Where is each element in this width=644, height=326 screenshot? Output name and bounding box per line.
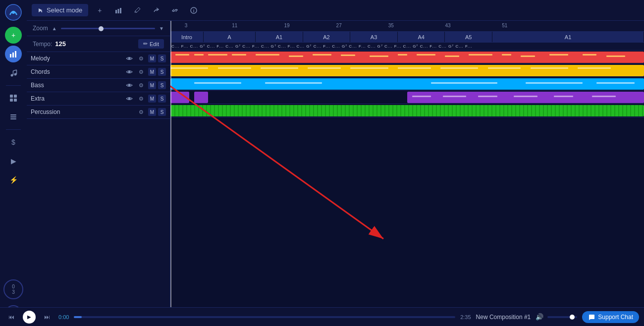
- melody-note-16: [549, 54, 568, 55]
- tempo-value: 125: [55, 40, 66, 48]
- track-controls-percussion: ⚙ M S: [136, 107, 166, 117]
- melody-note-7: [313, 54, 331, 55]
- extra-blip-3: [478, 96, 497, 97]
- sections-row: Intro A A1 A2 A3 A4 A5 A1: [170, 32, 644, 43]
- bass-mute-btn[interactable]: M: [148, 81, 156, 89]
- svg-point-26: [128, 71, 131, 73]
- add-button[interactable]: +: [92, 3, 107, 17]
- volume-icon: 🔊: [536, 313, 543, 321]
- sidebar-grid-btn[interactable]: [5, 90, 22, 107]
- sidebar-layers-btn[interactable]: [5, 109, 22, 125]
- melody-mute-btn[interactable]: M: [148, 54, 156, 62]
- bass-solo-btn[interactable]: S: [158, 81, 166, 89]
- extra-visibility-btn[interactable]: [124, 94, 134, 104]
- melody-solo-btn[interactable]: S: [158, 54, 166, 62]
- melody-note-1: [175, 54, 190, 55]
- zoom-increase-icon[interactable]: ▼: [159, 26, 164, 31]
- volume-control: 🔊: [536, 313, 577, 321]
- percussion-fill: [170, 105, 644, 116]
- sidebar-play-btn[interactable]: ▶: [5, 153, 22, 169]
- extra-blip-4: [514, 96, 537, 97]
- svg-rect-4: [15, 51, 16, 57]
- chords-solo-btn[interactable]: S: [158, 68, 166, 76]
- ruler-mark-27: 27: [336, 23, 342, 28]
- sidebar-bolt-btn[interactable]: ⚡: [5, 171, 22, 188]
- section-a2: A2: [303, 32, 351, 42]
- melody-track-content[interactable]: [170, 51, 644, 64]
- melody-settings-btn[interactable]: ⚙: [136, 54, 146, 63]
- zoom-slider[interactable]: [61, 28, 156, 29]
- melody-note-17: [583, 54, 597, 55]
- extra-fill-2: [194, 92, 209, 103]
- svg-point-27: [128, 84, 131, 87]
- melody-note-2: [194, 54, 204, 55]
- zoom-decrease-icon[interactable]: ▲: [52, 26, 57, 31]
- melody-note-14: [502, 54, 511, 55]
- extra-fill-3: [407, 92, 644, 103]
- chords-settings-btn[interactable]: ⚙: [136, 67, 146, 77]
- sidebar-chart-btn[interactable]: [5, 46, 22, 62]
- link-button[interactable]: [167, 3, 182, 17]
- chords-visibility-btn[interactable]: [124, 67, 134, 77]
- melody-visibility-btn[interactable]: [124, 54, 134, 63]
- chords-track-content[interactable]: [170, 64, 644, 77]
- tempo-label: Tempo:: [33, 41, 52, 48]
- ruler-mark-43: 43: [445, 23, 450, 28]
- tracks-panel: Zoom ▲ ▼ Tempo: 125 ✏ Edit Melody ⚙ M S …: [27, 21, 170, 326]
- melody-note-11: [417, 54, 435, 55]
- support-chat-button[interactable]: Support Chat: [582, 311, 639, 323]
- svg-point-25: [128, 57, 131, 60]
- tempo-edit-button[interactable]: ✏ Edit: [138, 39, 164, 49]
- melody-note-6: [289, 55, 303, 57]
- tempo-edit-label: Edit: [150, 41, 159, 47]
- tempo-row: Tempo: 125 ✏ Edit: [27, 36, 170, 52]
- bass-visibility-btn[interactable]: [124, 80, 134, 90]
- percussion-mute-btn[interactable]: M: [148, 108, 156, 116]
- bass-settings-btn[interactable]: ⚙: [136, 80, 146, 90]
- chart-button[interactable]: [111, 3, 126, 17]
- extra-settings-btn[interactable]: ⚙: [136, 94, 146, 104]
- svg-line-22: [174, 9, 176, 11]
- melody-note-3: [208, 54, 227, 55]
- section-a: A: [204, 32, 256, 42]
- forward-button[interactable]: ⏭: [41, 311, 54, 324]
- chords-mute-btn[interactable]: M: [148, 68, 156, 76]
- sidebar-divider-1: [6, 85, 21, 86]
- bass-track-content[interactable]: [170, 77, 644, 91]
- extra-solo-btn[interactable]: S: [158, 95, 166, 103]
- track-controls-melody: ⚙ M S: [124, 54, 166, 63]
- svg-rect-19: [118, 9, 119, 13]
- chord-blip-10: [578, 67, 611, 69]
- progress-bar-container[interactable]: [74, 316, 455, 318]
- extra-blip-6: [592, 96, 616, 97]
- redo-button[interactable]: [149, 3, 163, 17]
- section-a4: A4: [398, 32, 445, 42]
- svg-rect-14: [10, 114, 16, 115]
- select-mode-button[interactable]: Select mode: [32, 4, 88, 16]
- info-button[interactable]: i: [186, 3, 201, 17]
- ruler-mark-3: 3: [185, 23, 188, 28]
- extra-mute-btn[interactable]: M: [148, 95, 156, 103]
- melody-note-13: [469, 54, 492, 55]
- extra-blip-1: [412, 96, 431, 97]
- melody-note-8: [341, 54, 355, 56]
- percussion-settings-btn[interactable]: ⚙: [136, 107, 146, 117]
- bass-blip-1: [194, 82, 242, 84]
- chords-fill: [170, 65, 644, 76]
- melody-fill: [170, 52, 644, 63]
- percussion-track-content[interactable]: [170, 104, 644, 117]
- sidebar-dollar-btn[interactable]: $: [5, 134, 22, 151]
- extra-track-content[interactable]: [170, 91, 644, 104]
- rewind-button[interactable]: ⏮: [5, 311, 18, 324]
- sidebar-music-btn[interactable]: [5, 64, 22, 81]
- volume-slider[interactable]: [547, 316, 577, 318]
- sidebar-add-btn[interactable]: +: [5, 27, 22, 44]
- timeline-area: 3 11 19 27 35 43 51 Intro A A1 A2 A3 A4 …: [170, 21, 644, 326]
- chord-blip-1: [170, 67, 208, 69]
- percussion-solo-btn[interactable]: S: [158, 108, 166, 116]
- pencil-button[interactable]: [130, 3, 145, 17]
- app-logo[interactable]: [5, 4, 22, 21]
- section-a3: A3: [350, 32, 398, 42]
- svg-rect-15: [10, 116, 16, 117]
- play-button[interactable]: ▶: [23, 311, 36, 324]
